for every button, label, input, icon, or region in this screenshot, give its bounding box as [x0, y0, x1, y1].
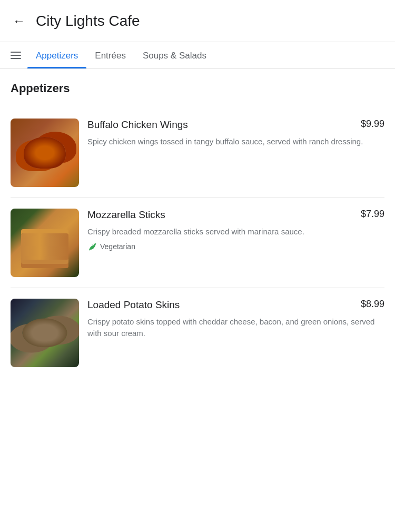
item-image-potato — [11, 299, 79, 367]
tab-appetizers-label: Appetizers — [36, 51, 78, 68]
tab-appetizers-underline — [27, 67, 86, 68]
item-details-wings: Buffalo Chicken Wings $9.99 Spicy chicke… — [87, 119, 384, 152]
menu-icon-line1 — [11, 52, 21, 53]
item-details-mozz: Mozzarella Sticks $7.99 Crispy breaded m… — [87, 209, 384, 251]
tab-entrees-label: Entrées — [95, 51, 126, 68]
tab-soups-salads[interactable]: Soups & Salads — [134, 42, 215, 68]
item-price-mozz: $7.99 — [361, 209, 384, 220]
item-price-wings: $9.99 — [361, 119, 384, 130]
page-title: City Lights Cafe — [36, 13, 140, 29]
back-button[interactable]: ← — [8, 11, 29, 32]
vegetarian-label: Vegetarian — [100, 242, 135, 251]
tab-entrees-underline — [86, 67, 134, 68]
list-item[interactable]: Buffalo Chicken Wings $9.99 Spicy chicke… — [11, 108, 384, 198]
tab-entrees[interactable]: Entrées — [86, 42, 134, 68]
item-image-wings — [11, 119, 79, 187]
menu-icon-button[interactable] — [8, 43, 27, 67]
tab-appetizers[interactable]: Appetizers — [27, 42, 86, 68]
vegetarian-badge: Vegetarian — [87, 242, 384, 251]
item-header-wings: Buffalo Chicken Wings $9.99 — [87, 119, 384, 132]
menu-icon-line2 — [11, 55, 21, 56]
back-arrow-icon: ← — [13, 14, 25, 28]
tab-bar: Appetizers Entrées Soups & Salads — [0, 42, 395, 69]
item-name-wings: Buffalo Chicken Wings — [87, 119, 357, 132]
item-price-potato: $8.99 — [361, 299, 384, 310]
item-description-potato: Crispy potato skins topped with cheddar … — [87, 316, 384, 340]
item-details-potato: Loaded Potato Skins $8.99 Crispy potato … — [87, 299, 384, 344]
item-image-mozz — [11, 209, 79, 277]
list-item[interactable]: Mozzarella Sticks $7.99 Crispy breaded m… — [11, 198, 384, 288]
list-item[interactable]: Loaded Potato Skins $8.99 Crispy potato … — [11, 288, 384, 378]
tab-soups-salads-label: Soups & Salads — [143, 51, 206, 68]
item-name-mozz: Mozzarella Sticks — [87, 209, 357, 222]
item-name-potato: Loaded Potato Skins — [87, 299, 357, 312]
item-header-potato: Loaded Potato Skins $8.99 — [87, 299, 384, 312]
item-header-mozz: Mozzarella Sticks $7.99 — [87, 209, 384, 222]
leaf-icon — [87, 242, 97, 251]
header: ← City Lights Cafe — [0, 0, 395, 42]
content-area: Appetizers Buffalo Chicken Wings $9.99 S… — [0, 69, 395, 388]
section-title: Appetizers — [11, 82, 384, 95]
tab-soups-salads-underline — [134, 67, 215, 68]
menu-icon-line3 — [11, 58, 21, 59]
item-description-mozz: Crispy breaded mozzarella sticks served … — [87, 226, 384, 238]
item-description-wings: Spicy chicken wings tossed in tangy buff… — [87, 136, 384, 148]
